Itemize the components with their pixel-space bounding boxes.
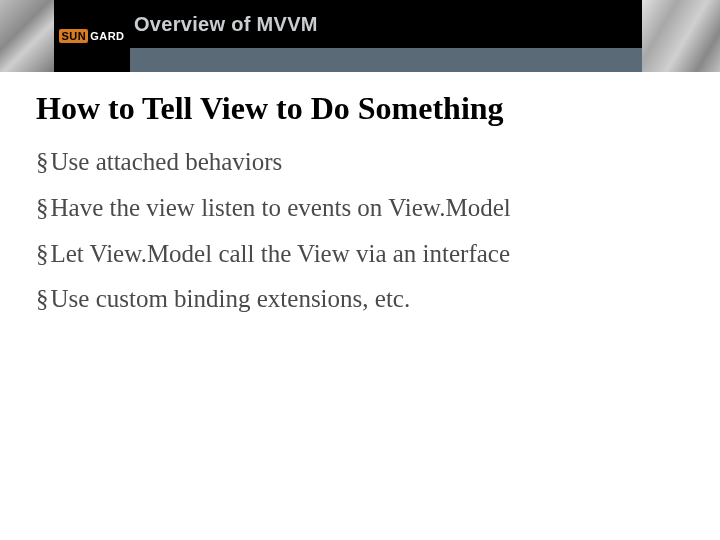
- logo-block: SUNGARD: [54, 0, 130, 72]
- list-item: § Use custom binding extensions, etc.: [36, 282, 684, 316]
- header-accent-bar: [130, 48, 642, 72]
- bullet-icon: §: [36, 145, 49, 179]
- sungard-logo: SUNGARD: [59, 29, 124, 43]
- slide-content: How to Tell View to Do Something § Use a…: [0, 72, 720, 316]
- header-photo-right: [642, 0, 720, 72]
- bullet-text: Have the view listen to events on View.M…: [51, 191, 511, 225]
- bullet-text: Use custom binding extensions, etc.: [51, 282, 411, 316]
- bullet-icon: §: [36, 237, 49, 271]
- list-item: § Have the view listen to events on View…: [36, 191, 684, 225]
- header-title-block: Overview of MVVM: [130, 0, 642, 72]
- slide-header: SUNGARD Overview of MVVM: [0, 0, 720, 72]
- bullet-icon: §: [36, 191, 49, 225]
- list-item: § Let View.Model call the View via an in…: [36, 237, 684, 271]
- logo-part-sun: SUN: [59, 29, 88, 43]
- bullet-icon: §: [36, 282, 49, 316]
- bullet-list: § Use attached behaviors § Have the view…: [36, 145, 684, 316]
- logo-part-gard: GARD: [90, 30, 124, 42]
- list-item: § Use attached behaviors: [36, 145, 684, 179]
- bullet-text: Use attached behaviors: [51, 145, 283, 179]
- header-photo-left: [0, 0, 54, 72]
- slide-title: How to Tell View to Do Something: [36, 90, 684, 127]
- header-topic: Overview of MVVM: [134, 13, 318, 36]
- bullet-text: Let View.Model call the View via an inte…: [51, 237, 511, 271]
